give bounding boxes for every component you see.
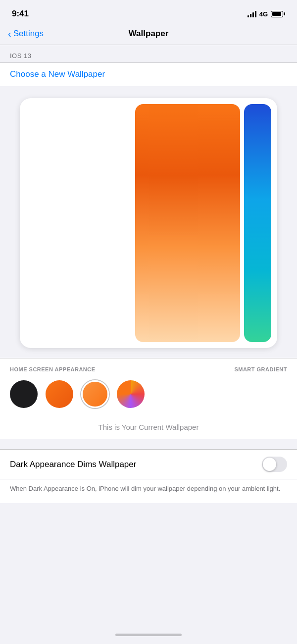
nav-bar: ‹ Settings Wallpaper xyxy=(0,25,297,45)
dark-appearance-section: Dark Appearance Dims Wallpaper When Dark… xyxy=(0,449,297,503)
chevron-left-icon: ‹ xyxy=(8,29,11,39)
appearance-section: HOME SCREEN APPEARANCE SMART GRADIENT xyxy=(0,358,297,416)
home-indicator xyxy=(0,628,297,640)
home-screen-appearance-label: HOME SCREEN APPEARANCE xyxy=(10,366,96,372)
current-wallpaper-section: This is Your Current Wallpaper xyxy=(0,416,297,439)
preview-container[interactable] xyxy=(20,98,277,348)
signal-4g-label: 4G xyxy=(259,10,268,18)
choose-wallpaper-link[interactable]: Choose a New Wallpaper xyxy=(10,69,105,79)
section-label: IOS 13 xyxy=(0,45,297,62)
status-bar: 9:41 4G xyxy=(0,0,297,25)
dark-appearance-description: When Dark Appearance is On, iPhone will … xyxy=(0,479,297,503)
back-button[interactable]: ‹ Settings xyxy=(8,29,44,39)
circle-orange-option[interactable] xyxy=(46,380,73,408)
status-icons: 4G xyxy=(248,10,285,18)
signal-bars-icon xyxy=(248,10,256,17)
back-label: Settings xyxy=(13,29,44,39)
third-wallpaper-preview[interactable] xyxy=(244,104,271,342)
appearance-circles xyxy=(10,380,287,408)
dark-appearance-toggle[interactable] xyxy=(262,457,287,472)
smart-gradient-label: SMART GRADIENT xyxy=(234,366,287,372)
circle-black-option[interactable] xyxy=(10,380,38,408)
current-wallpaper-text: This is Your Current Wallpaper xyxy=(99,423,199,431)
home-screen-preview[interactable] xyxy=(135,104,241,342)
battery-icon xyxy=(271,11,285,17)
home-bar xyxy=(115,634,182,636)
circle-multi-option[interactable] xyxy=(117,380,145,408)
appearance-header: HOME SCREEN APPEARANCE SMART GRADIENT xyxy=(10,366,287,372)
wallpaper-preview-section xyxy=(0,86,297,358)
dark-appearance-title: Dark Appearance Dims Wallpaper xyxy=(10,460,136,469)
page-title: Wallpaper xyxy=(129,29,169,39)
dark-appearance-row: Dark Appearance Dims Wallpaper xyxy=(0,450,297,479)
toggle-knob xyxy=(263,458,276,471)
choose-wallpaper-section: Choose a New Wallpaper xyxy=(0,62,297,86)
status-time: 9:41 xyxy=(12,9,29,19)
circle-orange-selected-option[interactable] xyxy=(81,380,109,408)
choose-wallpaper-row[interactable]: Choose a New Wallpaper xyxy=(0,63,297,86)
